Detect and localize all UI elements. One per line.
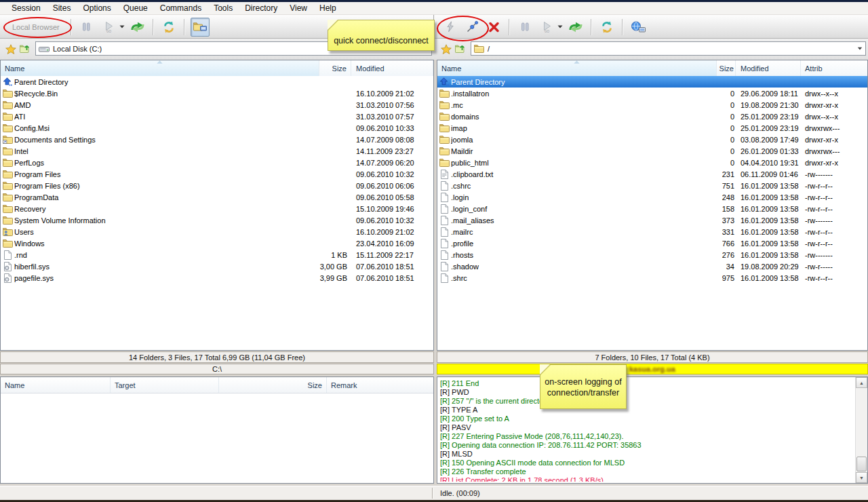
file-row[interactable]: Windows23.04.2010 16:09 <box>1 237 433 249</box>
transfer-mode-button[interactable] <box>566 18 585 37</box>
svg-text:GO: GO <box>106 30 112 33</box>
column-header-size[interactable]: Size <box>319 60 351 76</box>
menu-queue[interactable]: Queue <box>117 2 154 14</box>
folder-icon <box>3 147 13 155</box>
local-path-value: Local Disk (C:) <box>53 45 102 53</box>
remote-view-button[interactable] <box>629 18 648 37</box>
remote-path-combobox[interactable]: / <box>471 41 866 56</box>
file-icon <box>440 262 448 271</box>
file-row[interactable]: Recovery15.10.2009 19:46 <box>1 203 433 214</box>
folder-icon <box>3 89 13 98</box>
file-row[interactable]: imap025.01.2009 23:19drwxrwx--- <box>437 122 867 134</box>
folder-icon <box>439 135 450 144</box>
file-row[interactable]: .installatron029.06.2009 18:11drwx--x--x <box>437 88 867 99</box>
favorites-star-icon[interactable] <box>439 43 453 55</box>
play-icon: GO <box>541 21 552 33</box>
column-header-name[interactable]: Name <box>437 60 717 76</box>
file-row[interactable]: public_html004.04.2010 19:31drwxr-xr-x <box>437 157 867 168</box>
scroll-up-icon[interactable]: ▲ <box>856 377 867 388</box>
file-row[interactable]: PerfLogs14.07.2009 06:20 <box>1 157 433 168</box>
file-row[interactable]: .mailrc33116.01.2009 13:58-rw-r--r-- <box>437 226 867 237</box>
file-icon <box>440 227 448 237</box>
folder-up-icon[interactable] <box>454 43 467 55</box>
file-row[interactable]: .profile76616.01.2009 13:58-rw-r--r-- <box>437 237 867 249</box>
folder-icon <box>3 100 13 109</box>
log-line: [R] TYPE A <box>440 406 854 414</box>
chevron-down-icon[interactable] <box>857 47 863 50</box>
toolbar-separator <box>184 19 185 35</box>
column-header-name[interactable]: Name <box>1 60 319 76</box>
queue-column-remark[interactable]: Remark <box>327 377 433 393</box>
folder-view-button[interactable] <box>191 18 210 37</box>
transfer-mode-button[interactable] <box>128 18 147 37</box>
file-row[interactable]: .mail_aliases37316.01.2009 13:58-rw-----… <box>437 214 867 226</box>
transfer-queue-pane: Name Target Size Remark <box>0 376 434 484</box>
file-row[interactable]: .cshrc75116.01.2009 13:58-rw-r--r-- <box>437 180 867 191</box>
dropdown-caret-icon[interactable] <box>119 25 125 28</box>
queue-column-target[interactable]: Target <box>111 377 219 393</box>
file-row[interactable]: ATI31.03.2010 07:57 <box>1 111 433 122</box>
refresh-button[interactable] <box>159 18 178 37</box>
scrollbar-thumb[interactable] <box>856 457 867 471</box>
menu-options[interactable]: Options <box>77 2 117 14</box>
file-row[interactable]: .shrc97516.01.2009 13:58-rw-r--r-- <box>437 272 867 284</box>
file-row[interactable]: Config.Msi09.06.2010 10:33 <box>1 122 433 134</box>
file-row[interactable]: $Recycle.Bin16.10.2009 21:02 <box>1 88 433 99</box>
file-row[interactable]: .shadow3419.08.2009 20:29-rw-r----- <box>437 260 867 272</box>
local-file-list: Name Size Modified Parent Directory$Recy… <box>0 60 434 351</box>
file-row[interactable]: Intel14.11.2009 23:27 <box>1 145 433 157</box>
menu-sites[interactable]: Sites <box>47 2 77 14</box>
file-row[interactable]: joomla003.08.2009 17:49drwxr-xr-x <box>437 134 867 145</box>
folder-up-icon[interactable] <box>18 43 32 55</box>
favorites-star-icon[interactable] <box>4 43 18 55</box>
menu-directory[interactable]: Directory <box>239 2 283 14</box>
remote-toolbar: GO <box>435 15 868 39</box>
file-row[interactable]: Maildir026.01.2009 01:33drwxrwx--- <box>437 145 867 157</box>
queue-column-size[interactable]: Size <box>219 377 327 393</box>
file-row[interactable]: Users16.10.2009 21:02 <box>1 226 433 237</box>
log-scrollbar[interactable]: ▲ ▼ <box>855 377 867 483</box>
file-row[interactable]: domains025.01.2009 23:19drwx--x--x <box>437 111 867 122</box>
file-icon <box>440 181 448 191</box>
folder-icon <box>3 170 13 178</box>
folder-icon <box>3 216 13 225</box>
file-row[interactable]: .clipboard.txt23106.11.2009 01:46-rw----… <box>437 168 867 180</box>
queue-column-name[interactable]: Name <box>1 377 111 393</box>
menu-tools[interactable]: Tools <box>208 2 239 14</box>
file-row[interactable]: Parent Directory <box>1 76 433 88</box>
column-header-size[interactable]: Size <box>717 60 736 76</box>
file-row[interactable]: .mc019.08.2009 21:30drwxr-xr-x <box>437 99 867 111</box>
file-row[interactable]: Program Files09.06.2010 10:32 <box>1 168 433 180</box>
menu-session[interactable]: Session <box>5 2 47 14</box>
folder-icon <box>439 147 450 155</box>
start-queue-button[interactable]: GO <box>99 18 118 37</box>
column-header-modified[interactable]: Modified <box>351 60 433 76</box>
file-row[interactable]: .rnd1 KB15.11.2009 22:17 <box>1 249 433 260</box>
file-row[interactable]: .login24816.01.2009 13:58-rw-r--r-- <box>437 191 867 203</box>
remote-host-banner: kasua.org.ua <box>437 364 868 374</box>
file-row[interactable]: Program Files (x86)09.06.2010 06:06 <box>1 180 433 191</box>
menu-commands[interactable]: Commands <box>154 2 208 14</box>
pause-button[interactable] <box>515 18 534 37</box>
refresh-button[interactable] <box>597 18 616 37</box>
start-queue-button[interactable]: GO <box>537 18 556 37</box>
file-row[interactable]: .login_conf15816.01.2009 13:58-rw-r--r-- <box>437 203 867 214</box>
log-line: [R] PWD <box>440 388 854 397</box>
column-header-attrib[interactable]: Attrib <box>801 60 867 76</box>
file-row[interactable]: System Volume Information09.06.2010 10:3… <box>1 214 433 226</box>
file-row[interactable]: Documents and Settings14.07.2009 08:08 <box>1 134 433 145</box>
file-row[interactable]: AMD31.03.2010 07:56 <box>1 99 433 111</box>
file-row[interactable]: .rhosts27616.01.2009 13:58-rw------- <box>437 249 867 260</box>
menu-help[interactable]: Help <box>313 2 342 14</box>
file-row-selected[interactable]: Parent Directory <box>437 76 867 88</box>
file-row[interactable]: pagefile.sys3,99 GB07.06.2010 18:51 <box>1 272 433 284</box>
file-row[interactable]: hiberfil.sys3,00 GB07.06.2010 18:51 <box>1 260 433 272</box>
scroll-down-icon[interactable]: ▼ <box>856 472 867 483</box>
column-header-modified[interactable]: Modified <box>736 60 801 76</box>
menu-view[interactable]: View <box>283 2 313 14</box>
dropdown-caret-icon[interactable] <box>557 25 563 28</box>
log-line: [R] MLSD <box>440 450 854 459</box>
file-row[interactable]: ProgramData09.06.2010 05:58 <box>1 191 433 203</box>
transfer-icon <box>568 21 584 33</box>
pause-button[interactable] <box>77 18 96 37</box>
